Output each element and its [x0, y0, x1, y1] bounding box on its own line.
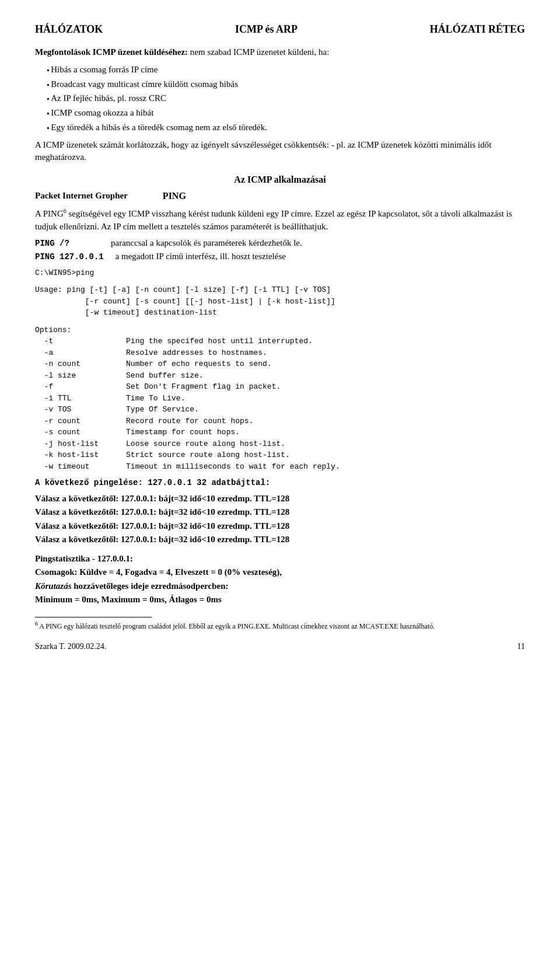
bullet-item: Hibás a csomag forrás IP címe — [47, 64, 525, 76]
reply-lines: Válasz a következőtől: 127.0.0.1: bájt=3… — [35, 492, 525, 546]
code-prompt: C:\WIN95>ping — [35, 267, 525, 279]
reply-line: Válasz a következőtől: 127.0.0.1: bájt=3… — [35, 505, 525, 519]
bullet-item: Egy töredék a hibás és a töredék csomag … — [47, 121, 525, 134]
limitation-text: A ICMP üzenetek számát korlátozzák, hogy… — [35, 139, 525, 165]
intro-heading: Megfontolások ICMP üzenet küldéséhez: ne… — [35, 46, 525, 59]
footer-bottom: Szarka T. 2009.02.24. 11 — [35, 642, 525, 651]
page-header: HÁLÓZATOK ICMP és ARP HÁLÓZATI RÉTEG — [35, 23, 525, 36]
ping-local-row: PING 127.0.0.1 a megadott IP című interf… — [35, 252, 525, 261]
ping-help-cmd: PING /? — [35, 239, 99, 248]
bullet-item: ICMP csomag okozza a hibát — [47, 107, 525, 120]
bullet-item: Az IP fejléc hibás, pl. rossz CRC — [47, 92, 525, 105]
footer-author-date: Szarka T. 2009.02.24. — [35, 642, 106, 651]
intro-bold: Megfontolások ICMP üzenet küldéséhez: — [35, 47, 188, 57]
pingstat-line3-rest: hozzávetőleges ideje ezredmásodpercben: — [72, 581, 229, 591]
footnote-text: A PING egy hálózati tesztelő program csa… — [38, 622, 435, 630]
ping-help-row: PING /? paranccsal a kapcsolók és paramé… — [35, 238, 525, 248]
ping-intro-text2: segítségével egy ICMP visszhang kérést t… — [35, 209, 512, 231]
reply-line: Válasz a következőtől: 127.0.0.1: bájt=3… — [35, 519, 525, 533]
code-options: Options: -t Ping the specifed host until… — [35, 324, 525, 473]
ping-local-cmd: PING 127.0.0.1 — [35, 252, 104, 261]
ping-intro-text: A PING — [35, 209, 64, 218]
ping-header-row: Packet Internet Gropher PING — [35, 191, 525, 201]
header-center: ICMP és ARP — [235, 23, 298, 36]
ping-help-desc: paranccsal a kapcsolók és paraméterek ké… — [111, 238, 302, 248]
ping-local-desc: a megadott IP című interfész, ill. hoszt… — [116, 252, 286, 261]
bullet-item: Broadcast vagy multicast címre küldött c… — [47, 78, 525, 91]
pingstat-line2: Csomagok: Küldve = 4, Fogadva = 4, Elves… — [35, 566, 525, 579]
footer-note: 6 A PING egy hálózati tesztelő program c… — [35, 620, 525, 631]
bullet-list: Hibás a csomag forrás IP címeBroadcast v… — [47, 64, 525, 134]
next-ping-text: A következő pingelése: 127.0.0.1 32 adat… — [35, 478, 525, 487]
ping-intro-para: A PING6 segítségével egy ICMP visszhang … — [35, 207, 525, 233]
intro-suffix: nem szabad ICMP üzenetet küldeni, ha: — [188, 47, 329, 57]
ping-label-left: Packet Internet Gropher — [35, 191, 128, 201]
header-right: HÁLÓZATI RÉTEG — [430, 23, 525, 36]
pingstat-line4: Minimum = 0ms, Maximum = 0ms, Átlagos = … — [35, 593, 525, 606]
ping-label-right: PING — [163, 191, 186, 201]
footer-page: 11 — [517, 642, 525, 651]
header-left: HÁLÓZATOK — [35, 23, 103, 36]
reply-line: Válasz a következőtől: 127.0.0.1: bájt=3… — [35, 492, 525, 505]
pingstat-line1: Pingstatisztika - 127.0.0.1: — [35, 552, 525, 566]
code-usage: Usage: ping [-t] [-a] [-n count] [-l siz… — [35, 284, 525, 319]
reply-line: Válasz a következőtől: 127.0.0.1: bájt=3… — [35, 533, 525, 546]
pingstat-line3: Körutazás hozzávetőleges ideje ezredmáso… — [35, 580, 525, 593]
pingstat-italic: Körutazás — [35, 581, 72, 591]
footer-line — [35, 617, 152, 617]
section-title: Az ICMP alkalmazásai — [35, 175, 525, 185]
pingstat: Pingstatisztika - 127.0.0.1: Csomagok: K… — [35, 552, 525, 606]
